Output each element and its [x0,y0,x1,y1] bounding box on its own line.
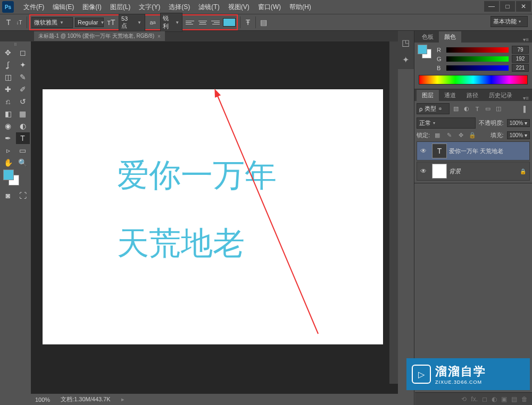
menu-filter[interactable]: 滤镜(T) [194,3,223,12]
color-picker[interactable] [1,168,30,190]
layer-item-background[interactable]: 👁 背景 🔒 [417,162,530,181]
zoom-level[interactable]: 100% [35,396,50,403]
g-slider[interactable] [446,56,509,62]
lock-all-icon[interactable]: 🔒 [468,131,477,139]
menu-select[interactable]: 选择(S) [164,3,194,12]
text-color-swatch[interactable] [223,18,236,27]
b-slider[interactable] [446,65,509,71]
healing-tool[interactable]: ✚ [1,83,15,95]
align-right-button[interactable] [210,18,221,27]
align-left-button[interactable] [185,18,195,27]
lock-transparent-icon[interactable]: ▩ [433,131,442,139]
gradient-tool[interactable]: ▦ [16,108,30,120]
dock-history-icon[interactable]: ◳ [398,35,413,50]
tab-channels[interactable]: 通道 [439,90,461,101]
color-panel-menu-icon[interactable]: ▾≡ [520,37,532,43]
layer-fx-icon[interactable]: fx. [471,395,478,403]
hand-tool[interactable]: ✋ [1,157,15,168]
path-select-tool[interactable]: ▹ [1,145,15,156]
fill-value[interactable]: 100% ▾ [507,131,530,139]
align-center-button[interactable] [197,18,208,27]
quickmask-tool[interactable]: ◙ [1,190,15,201]
menu-help[interactable]: 帮助(H) [285,3,315,12]
tab-color[interactable]: 颜色 [439,31,461,43]
layer-item-text[interactable]: 👁 T 爱你一万年 天荒地老 [417,141,530,161]
document-tab-close[interactable]: × [157,33,161,39]
blend-mode-dropdown[interactable]: 正常▾ [417,117,476,129]
minimize-button[interactable]: — [484,1,499,12]
tab-layers[interactable]: 图层 [417,90,439,101]
tools-grip[interactable] [1,43,30,47]
layer-filter-kind[interactable]: ρ 类型≑ [417,103,450,114]
tab-swatches[interactable]: 色板 [417,31,439,43]
move-tool[interactable]: ✥ [1,47,15,58]
warp-text-icon[interactable]: Ŧ [243,17,253,28]
close-button[interactable]: ✕ [516,1,531,12]
status-arrow-icon[interactable]: ▸ [121,396,124,403]
font-size-dropdown[interactable]: 53 点▼ [119,14,145,31]
shape-tool[interactable]: ▭ [16,145,30,156]
layer-mask-icon[interactable]: ◻ [482,395,487,403]
maximize-button[interactable]: □ [500,1,515,12]
filter-shape-icon[interactable]: ▭ [484,105,492,113]
crop-tool[interactable]: ◫ [1,71,15,83]
r-value[interactable]: 79 [512,46,529,54]
tool-preset-icon[interactable]: T [3,17,14,28]
lasso-tool[interactable]: ʆ [1,59,15,71]
group-icon[interactable]: ▣ [501,395,507,403]
layer-name[interactable]: 背景 [449,167,520,175]
menu-window[interactable]: 窗口(W) [254,3,285,12]
antialias-dropdown[interactable]: 锐利▼ [160,13,182,32]
color-swatch-pair[interactable] [418,45,434,60]
eraser-tool[interactable]: ◧ [1,108,15,120]
visibility-icon[interactable]: 👁 [417,167,430,175]
magic-wand-tool[interactable]: ✦ [16,59,30,71]
dock-properties-icon[interactable]: ✦ [398,52,413,67]
brush-tool[interactable]: ✐ [16,83,30,95]
menu-image[interactable]: 图像(I) [78,3,105,12]
lock-pixels-icon[interactable]: ✎ [445,131,453,139]
blur-tool[interactable]: ◉ [1,120,15,132]
menu-view[interactable]: 视图(V) [224,3,254,12]
zoom-tool[interactable]: 🔍 [16,157,30,168]
delete-layer-icon[interactable]: 🗑 [521,395,528,403]
g-value[interactable]: 192 [512,55,529,63]
filter-adjust-icon[interactable]: ◐ [462,105,471,113]
marquee-tool[interactable]: ◻ [16,47,30,58]
filter-pixel-icon[interactable]: ▧ [452,105,460,113]
canvas[interactable]: 爱你一万年 天荒地老 [43,89,383,344]
foreground-color[interactable] [3,170,14,180]
font-style-dropdown[interactable]: Regular▼ [75,18,104,27]
history-brush-tool[interactable]: ↺ [16,96,30,107]
font-family-dropdown[interactable]: 微软雅黑▼ [31,17,73,28]
vertical-scrollbar[interactable] [389,41,398,384]
filter-type-icon[interactable]: T [473,105,481,113]
layers-panel-menu-icon[interactable]: ▾≡ [520,95,532,101]
toggle-orientation-icon[interactable]: ↓T [14,17,24,28]
lock-position-icon[interactable]: ✥ [456,131,465,139]
eyedropper-tool[interactable]: ✎ [16,71,30,83]
canvas-text-line2[interactable]: 天荒地老 [117,222,245,265]
screenmode-tool[interactable]: ⛶ [16,190,30,201]
menu-file[interactable]: 文件(F) [19,3,48,12]
character-panel-icon[interactable]: ▤ [258,17,269,28]
link-layers-icon[interactable]: ⟲ [461,395,467,403]
menu-type[interactable]: 文字(Y) [135,3,164,12]
spectrum-ramp[interactable] [419,75,528,85]
canvas-text-line1[interactable]: 爱你一万年 [117,154,277,197]
menu-layer[interactable]: 图层(L) [106,3,135,12]
stamp-tool[interactable]: ⎌ [1,96,15,107]
opacity-value[interactable]: 100% ▾ [507,119,530,127]
menu-edit[interactable]: 编辑(E) [48,3,78,12]
visibility-icon[interactable]: 👁 [417,147,430,155]
layer-name[interactable]: 爱你一万年 天荒地老 [449,147,529,155]
adjustment-layer-icon[interactable]: ◐ [492,395,497,403]
type-tool[interactable]: T [16,132,30,144]
dodge-tool[interactable]: ◐ [16,120,30,132]
tab-history[interactable]: 历史记录 [484,90,518,101]
document-tab[interactable]: 未标题-1 @ 100% (爱你一万年 天荒地老, RGB/8) × [34,31,165,41]
r-slider[interactable] [446,47,509,53]
filter-toggle[interactable]: ▌ [521,105,530,113]
tab-paths[interactable]: 路径 [461,90,484,101]
new-layer-icon[interactable]: ▤ [511,395,517,403]
